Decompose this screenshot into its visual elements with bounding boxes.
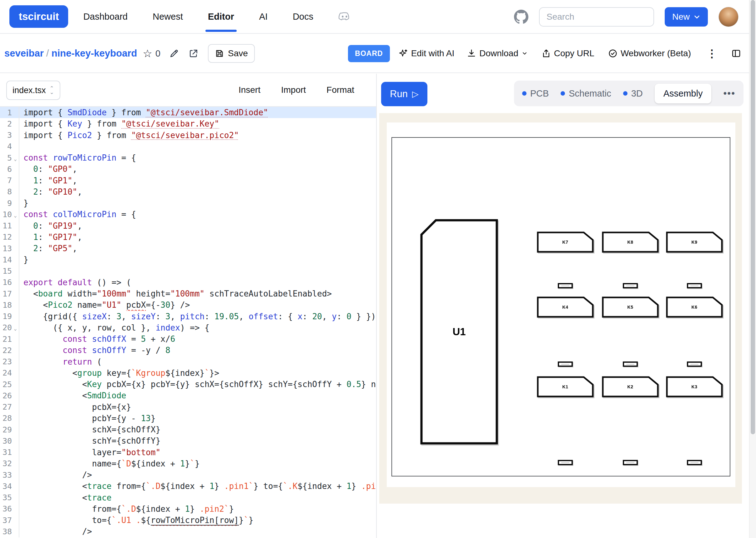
code-line-9[interactable]: 9} [0, 197, 376, 209]
code-line-10[interactable]: 10⌄const colToMicroPin = { [0, 209, 376, 220]
editor-menu-format[interactable]: Format [326, 85, 354, 95]
code-line-17[interactable]: 17 <board width="100mm" height="100mm" s… [0, 288, 376, 299]
open-external-icon[interactable] [189, 48, 199, 58]
file-select[interactable]: index.tsx ⌃⌄ [6, 81, 60, 100]
assembly-diode[interactable] [623, 283, 638, 288]
assembly-key-k1[interactable]: K1 [537, 376, 594, 398]
run-button[interactable]: Run ▷ [381, 82, 428, 106]
code-line-32[interactable]: 32 name={`D${index + 1}`} [0, 458, 376, 469]
assembly-key-k9[interactable]: K9 [666, 232, 723, 253]
code-line-8[interactable]: 8 2: "GP10", [0, 186, 376, 197]
code-line-18[interactable]: 18 <Pico2 name="U1" pcbX={-30} /> [0, 299, 376, 310]
user-avatar[interactable] [719, 7, 738, 27]
panel-layout-icon[interactable] [731, 48, 741, 58]
code-line-31[interactable]: 31 layer="bottom" [0, 447, 376, 458]
breadcrumb-owner[interactable]: seveibar [4, 48, 44, 59]
assembly-key-k2[interactable]: K2 [602, 376, 659, 398]
code-line-35[interactable]: 35 <trace [0, 492, 376, 503]
assembly-diode[interactable] [687, 460, 702, 465]
code-line-19[interactable]: 19 {grid({ sizeX: 3, sizeY: 3, pitch: 19… [0, 311, 376, 322]
editor-menu-insert[interactable]: Insert [239, 85, 261, 95]
new-button[interactable]: New [665, 7, 708, 27]
assembly-key-k5[interactable]: K5 [602, 296, 659, 318]
tscircuit-logo[interactable]: tscircuit [9, 5, 68, 28]
board-badge[interactable]: BOARD [348, 45, 389, 62]
code-line-26[interactable]: 26 <SmdDiode [0, 390, 376, 401]
assembly-diode[interactable] [558, 361, 573, 367]
assembly-key-k4[interactable]: K4 [537, 296, 594, 318]
fold-chevron-icon[interactable]: ⌄ [12, 154, 19, 162]
nav-item-ai[interactable]: AI [259, 0, 268, 33]
assembly-key-k8[interactable]: K8 [602, 232, 659, 253]
nav-item-editor[interactable]: Editor [208, 0, 234, 33]
search-input[interactable] [539, 7, 654, 27]
fold-spacer [12, 395, 19, 397]
assembly-diode[interactable] [687, 283, 702, 288]
assembly-diode[interactable] [623, 361, 638, 367]
code-line-33[interactable]: 33 /> [0, 469, 376, 480]
tabs-more-icon[interactable]: ••• [723, 88, 735, 99]
code-line-28[interactable]: 28 pcbY={y - 13} [0, 413, 376, 424]
assembly-key-k3[interactable]: K3 [666, 376, 723, 398]
save-button[interactable]: Save [208, 44, 255, 63]
code-line-22[interactable]: 22 const schOffY = -y / 8 [0, 345, 376, 356]
rename-pencil-icon[interactable] [169, 48, 179, 58]
code-area[interactable]: 1import { SmdDiode } from "@tsci/seveiba… [0, 107, 376, 537]
code-line-13[interactable]: 13 2: "GP5", [0, 243, 376, 254]
code-line-27[interactable]: 27 pcbX={x} [0, 402, 376, 413]
code-line-38[interactable]: 38 /> [0, 526, 376, 537]
assembly-diode[interactable] [623, 460, 638, 465]
code-line-29[interactable]: 29 schX={schOffX} [0, 424, 376, 435]
tab-schematic[interactable]: Schematic [560, 88, 611, 99]
code-line-7[interactable]: 7 1: "GP1", [0, 175, 376, 186]
code-line-5[interactable]: 5⌄const rowToMicroPin = { [0, 152, 376, 163]
fold-chevron-icon[interactable]: ⌄ [12, 211, 19, 218]
nav-item-docs[interactable]: Docs [293, 0, 313, 33]
code-line-25[interactable]: 25 <Key pcbX={x} pcbY={y} schX={schOffX}… [0, 379, 376, 390]
code-line-12[interactable]: 12 1: "GP17", [0, 232, 376, 243]
kebab-menu-icon[interactable]: ⋮ [707, 47, 717, 60]
discord-icon[interactable] [338, 12, 351, 22]
tab-3d[interactable]: 3D [623, 88, 643, 99]
webworker-toggle[interactable]: Webworker (Beta) [608, 48, 691, 58]
code-line-30[interactable]: 30 schY={schOffY} [0, 435, 376, 447]
code-line-21[interactable]: 21 const schOffX = 5 + x/6 [0, 333, 376, 345]
code-line-23[interactable]: 23 return ( [0, 356, 376, 367]
github-icon[interactable] [514, 10, 528, 24]
code-line-20[interactable]: 20⌄ ({ x, y, row, col }, index) => { [0, 322, 376, 333]
fold-chevron-icon[interactable]: ⌄ [12, 324, 19, 332]
code-line-34[interactable]: 34 <trace from={`.D${index + 1} .pin1`} … [0, 480, 376, 492]
assembly-key-k7[interactable]: K7 [537, 232, 594, 253]
code-line-36[interactable]: 36 from={`.D${index + 1} .pin2`} [0, 503, 376, 514]
scrollbar-thumb[interactable] [751, 0, 755, 434]
code-line-11[interactable]: 11 0: "GP19", [0, 220, 376, 232]
nav-item-newest[interactable]: Newest [152, 0, 183, 33]
code-line-3[interactable]: 3import { Pico2 } from "@tsci/seveibar.p… [0, 130, 376, 141]
code-line-4[interactable]: 4 [0, 141, 376, 152]
assembly-diode[interactable] [558, 460, 573, 465]
code-line-2[interactable]: 2import { Key } from "@tsci/seveibar.Key… [0, 118, 376, 129]
code-line-37[interactable]: 37 to={`.U1 .${rowToMicroPin[row]}`} [0, 514, 376, 526]
tab-pcb[interactable]: PCB [522, 88, 549, 99]
nav-item-dashboard[interactable]: Dashboard [83, 0, 128, 33]
assembly-chip-u1[interactable]: U1 [420, 219, 498, 445]
assembly-key-k6[interactable]: K6 [666, 296, 723, 318]
play-icon: ▷ [412, 89, 419, 99]
code-line-16[interactable]: 16export default () => ( [0, 277, 376, 288]
code-line-15[interactable]: 15 [0, 266, 376, 277]
assembly-diode[interactable] [687, 361, 702, 367]
edit-with-ai-button[interactable]: Edit with AI [398, 48, 455, 58]
assembly-canvas[interactable]: U1K7K8K9K4K5K6K1K2K3 [379, 113, 742, 504]
copy-url-button[interactable]: Copy URL [542, 48, 594, 58]
code-line-1[interactable]: 1import { SmdDiode } from "@tsci/seveiba… [0, 107, 376, 118]
tab-assembly[interactable]: Assembly [655, 84, 712, 103]
code-line-24[interactable]: 24 <group key={`Kgroup${index}`}> [0, 367, 376, 379]
editor-menu-import[interactable]: Import [281, 85, 306, 95]
code-line-14[interactable]: 14} [0, 254, 376, 265]
breadcrumb-project[interactable]: nine-key-keyboard [51, 48, 137, 59]
page-scrollbar[interactable] [749, 0, 756, 538]
star-icon[interactable]: ☆ [143, 47, 152, 60]
code-line-6[interactable]: 6 0: "GP0", [0, 163, 376, 175]
assembly-diode[interactable] [558, 283, 573, 288]
download-button[interactable]: Download [467, 48, 528, 58]
